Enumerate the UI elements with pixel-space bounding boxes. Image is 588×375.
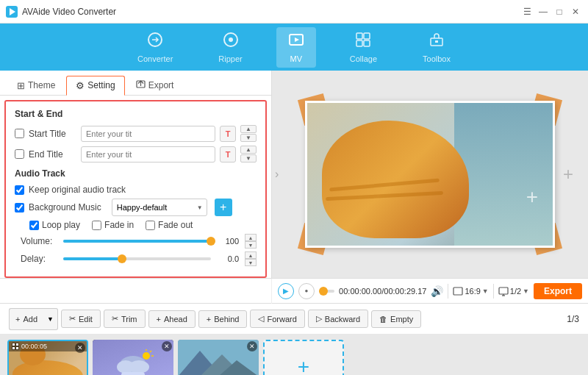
start-title-up-btn[interactable]: ▲ — [240, 125, 257, 133]
volume-icon[interactable]: 🔊 — [431, 285, 443, 297]
start-title-input[interactable] — [81, 126, 215, 142]
end-title-label: End Title — [29, 149, 76, 160]
start-title-down-btn[interactable]: ▼ — [240, 134, 257, 142]
tab-theme[interactable]: ⊞ Theme — [7, 76, 65, 95]
volume-thumb[interactable] — [207, 237, 215, 246]
end-title-down-btn[interactable]: ▼ — [240, 154, 257, 162]
playback-right: ▶ ● 00:00:00.00/00:00:29.17 🔊 16:9 ▼ 1/2… — [272, 279, 588, 304]
end-title-up-btn[interactable]: ▲ — [240, 146, 257, 154]
quality-arrow[interactable]: ▼ — [523, 288, 529, 295]
theme-tab-icon: ⊞ — [17, 80, 25, 91]
delay-thumb[interactable] — [118, 254, 126, 263]
delay-spinner: ▲ ▼ — [245, 251, 257, 266]
nav-item-mv[interactable]: MV — [276, 27, 316, 68]
film-item-2-close[interactable]: ✕ — [162, 341, 172, 351]
music-select[interactable]: Happy-default — [112, 199, 207, 216]
film-item-2[interactable]: ✕ — [93, 340, 173, 376]
tab-setting[interactable]: ⚙ Setting — [66, 76, 124, 96]
ahead-icon: + — [157, 315, 161, 324]
prev-arrow[interactable]: › — [275, 168, 279, 181]
ahead-btn[interactable]: + Ahead — [148, 310, 196, 328]
add-icon: + — [15, 315, 20, 324]
trim-btn[interactable]: ✂ Trim — [104, 310, 146, 328]
nav-item-collage[interactable]: Collage — [338, 27, 389, 68]
end-title-arrow-stack: ▲ ▼ — [240, 146, 257, 162]
add-label: Add — [23, 315, 37, 324]
fade-in-checkbox[interactable] — [92, 221, 101, 230]
main-area: ⊞ Theme ⚙ Setting Export — [0, 71, 588, 278]
delay-track[interactable] — [63, 257, 211, 260]
play-button[interactable]: ▶ — [278, 283, 294, 299]
fade-in-label[interactable]: Fade in — [92, 220, 134, 230]
progress-bar[interactable] — [319, 290, 334, 293]
fade-out-checkbox[interactable] — [146, 221, 155, 230]
end-title-input[interactable] — [81, 146, 215, 162]
cat-body — [322, 121, 469, 238]
delay-up-btn[interactable]: ▲ — [245, 251, 257, 259]
background-music-checkbox[interactable] — [15, 203, 24, 213]
add-dropdown-arrow[interactable]: ▼ — [43, 308, 58, 330]
add-music-btn[interactable]: + — [215, 199, 232, 216]
film-item-1-close[interactable]: ✕ — [75, 343, 85, 353]
svg-rect-6 — [356, 33, 362, 39]
setting-tab-label: Setting — [87, 80, 115, 90]
stop-button[interactable]: ● — [298, 283, 315, 299]
end-title-checkbox[interactable] — [15, 149, 24, 159]
svg-rect-20 — [16, 343, 18, 346]
loop-play-checkbox[interactable] — [29, 221, 39, 230]
nav-item-ripper[interactable]: Ripper — [207, 27, 254, 68]
backward-btn[interactable]: ▷ Backward — [308, 310, 368, 328]
start-title-arrow-stack: ▲ ▼ — [240, 125, 257, 142]
volume-track[interactable] — [63, 240, 211, 243]
svg-rect-21 — [12, 347, 15, 349]
start-title-row: Start Title T ▲ ▼ — [15, 125, 257, 142]
film-item-1[interactable]: 00:00:05 ✕ ▶ ✂ ⏱ — [7, 340, 88, 376]
aspect-arrow[interactable]: ▼ — [482, 288, 489, 295]
maximize-btn[interactable]: □ — [553, 5, 566, 18]
music-dropdown-wrapper: Happy-default ▼ — [112, 199, 207, 216]
behind-label: Behind — [214, 315, 239, 324]
ripper-icon — [223, 32, 239, 51]
time-display: 00:00:00.00/00:00:29.17 — [339, 287, 426, 296]
page-indicator: 1/3 — [567, 314, 579, 324]
close-btn[interactable]: ✕ — [569, 5, 582, 18]
progress-thumb[interactable] — [319, 287, 328, 296]
export-button[interactable]: Export — [534, 283, 582, 299]
delay-value: 0.0 — [217, 254, 239, 263]
export-tab-label: Export — [148, 80, 174, 90]
nav-item-toolbox[interactable]: Toolbox — [411, 27, 462, 68]
nav-item-converter[interactable]: Converter — [126, 27, 184, 68]
video-preview: + — [305, 101, 555, 248]
film-item-3[interactable]: ✕ — [178, 340, 259, 376]
end-title-font-btn[interactable]: T — [220, 146, 236, 162]
audio-options-row: Loop play Fade in Fade out — [15, 220, 257, 230]
svg-line-33 — [150, 351, 151, 352]
delay-down-btn[interactable]: ▼ — [245, 259, 257, 266]
film-add-icon: + — [298, 355, 309, 375]
volume-fill — [63, 240, 211, 243]
menu-btn[interactable]: ☰ — [520, 5, 534, 18]
keep-original-checkbox[interactable] — [15, 185, 24, 195]
mv-icon — [288, 32, 304, 51]
add-btn[interactable]: + Add — [9, 308, 43, 330]
forward-btn[interactable]: ◁ Forward — [250, 310, 304, 328]
film-item-3-close[interactable]: ✕ — [247, 341, 257, 351]
film-add-item[interactable]: + — [263, 340, 344, 376]
volume-down-btn[interactable]: ▼ — [245, 241, 257, 249]
behind-btn[interactable]: + Behind — [198, 310, 248, 328]
start-title-checkbox[interactable] — [15, 129, 24, 138]
edit-btn[interactable]: ✂ Edit — [61, 310, 101, 328]
playback-left — [0, 279, 272, 304]
loop-play-label[interactable]: Loop play — [29, 220, 80, 230]
tab-export[interactable]: Export — [126, 75, 184, 95]
volume-up-btn[interactable]: ▲ — [245, 234, 257, 241]
app-title: AVAide Video Converter — [22, 7, 520, 17]
fade-out-label[interactable]: Fade out — [146, 220, 193, 230]
collage-label: Collage — [350, 54, 377, 63]
start-title-font-btn[interactable]: T — [220, 126, 236, 142]
trim-icon: ✂ — [112, 314, 118, 324]
minimize-btn[interactable]: — — [537, 5, 550, 18]
time-current: 00:00:00.00 — [339, 287, 381, 296]
empty-btn[interactable]: 🗑 Empty — [371, 310, 421, 328]
title-bar: AVAide Video Converter ☰ — □ ✕ — [0, 0, 588, 24]
